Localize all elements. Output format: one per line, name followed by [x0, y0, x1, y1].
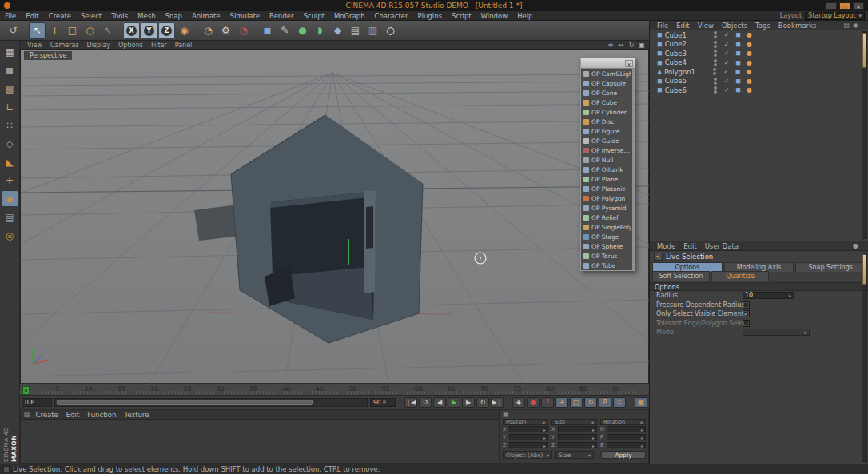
menu-item[interactable]: Create	[44, 12, 76, 20]
texture-mode-button[interactable]: ▩	[2, 80, 18, 97]
Polygon1[interactable]: ▲ Polygon1 ✓ ◼ ●	[650, 67, 868, 77]
palette-item[interactable]: OP Cam&Light	[581, 69, 635, 78]
object-tag-icon[interactable]: ◼	[735, 59, 741, 66]
visibility-dots-icon[interactable]	[713, 68, 716, 75]
Cube4[interactable]: ◼ Cube4 ✓ ◼ ●	[650, 58, 868, 68]
palette-item[interactable]: OP Cylinder	[581, 107, 635, 117]
toolbar-button[interactable]	[22, 22, 28, 39]
axis-mode-button[interactable]: +	[2, 172, 18, 189]
coordinate-column-dropdown[interactable]: Rotation▾	[600, 419, 646, 425]
autokey-button[interactable]: ●	[527, 397, 540, 408]
visibility-dots-icon[interactable]	[714, 78, 717, 85]
menu-item[interactable]: Plugins	[413, 12, 447, 20]
rotation-field[interactable]: ▸	[607, 434, 646, 440]
locked-workplane-button[interactable]: ◎	[2, 227, 18, 244]
mode-dropdown[interactable]: ▾	[743, 329, 810, 336]
snap-button[interactable]: ◈	[2, 190, 18, 207]
model-mode-button[interactable]: ◼	[2, 62, 18, 78]
palette-item[interactable]: OP Polygon	[581, 193, 635, 203]
deformer-button[interactable]: ◗	[312, 22, 328, 39]
palette-item[interactable]: OP Stage	[581, 232, 635, 241]
tolerant-selection-checkbox[interactable]	[743, 320, 750, 327]
Cube3[interactable]: ◼ Cube3 ✓ ◼ ●	[650, 49, 868, 58]
object-manager-menu-item[interactable]: Objects	[718, 22, 751, 30]
pan-icon[interactable]: ✛	[607, 42, 615, 49]
toolbar-button[interactable]	[193, 22, 199, 39]
palette-item[interactable]: OP Guide	[581, 136, 635, 145]
menu-item[interactable]: Edit	[21, 12, 43, 20]
enabled-check-icon[interactable]: ✓	[724, 41, 730, 48]
layout-dropdown[interactable]: Startup Layout▾	[805, 12, 865, 20]
material-menu-item[interactable]: Texture	[120, 411, 153, 419]
scale-button[interactable]: □	[64, 22, 81, 39]
enabled-check-icon[interactable]: ✓	[724, 59, 730, 66]
only-visible-checkbox[interactable]: ✓	[743, 310, 750, 317]
lock-z-button[interactable]: Z	[158, 22, 175, 39]
previous-frame-button[interactable]: ◀	[433, 397, 446, 408]
viewport-menu-item[interactable]: Options	[114, 42, 147, 49]
menu-item[interactable]: Snap	[161, 12, 187, 20]
move-button[interactable]: +	[46, 22, 63, 39]
render-settings-button[interactable]: ⚙	[217, 22, 234, 39]
viewport-canvas[interactable]: Perspective	[20, 50, 649, 384]
lock-icon[interactable]: ●	[853, 242, 858, 249]
size-field[interactable]: ▸	[558, 426, 597, 432]
lock-y-button[interactable]: Y	[141, 22, 157, 39]
apply-button[interactable]: Apply	[601, 451, 646, 459]
viewport-menu-item[interactable]: Filter	[147, 42, 171, 49]
filter-icon[interactable]: ▤	[843, 22, 850, 29]
object-manager-menu-item[interactable]: Edit	[672, 22, 693, 30]
menu-item[interactable]: Simulate	[225, 12, 265, 20]
enabled-check-icon[interactable]: ✓	[723, 68, 729, 75]
attribute-menu-item[interactable]: Edit	[679, 242, 700, 250]
palette-item[interactable]: OP Cube	[581, 98, 635, 107]
phong-tag-icon[interactable]: ●	[747, 68, 752, 75]
camera-button[interactable]: ▥	[364, 22, 381, 39]
floor-button[interactable]: ▤	[347, 22, 364, 39]
range-end-field[interactable]: 90 F	[370, 398, 396, 407]
attribute-menu-item[interactable]: User Data	[701, 242, 743, 250]
phong-tag-icon[interactable]: ●	[747, 41, 752, 48]
material-menu-item[interactable]: Edit	[62, 411, 83, 419]
rotation-field[interactable]: ▸	[607, 442, 646, 448]
palette-item[interactable]: OP Oiltank	[581, 165, 635, 174]
material-menu-item[interactable]: Function	[83, 411, 120, 419]
close-icon[interactable]: ✕	[625, 60, 633, 67]
light-button[interactable]: ○	[382, 22, 399, 39]
palette-item[interactable]: OP Cone	[581, 88, 635, 98]
record-rotation-toggle[interactable]: ↻	[584, 397, 597, 408]
attribute-menu-item[interactable]: Mode	[653, 242, 679, 250]
position-field[interactable]: ▸	[509, 442, 548, 448]
keying-settings-button[interactable]: ?	[541, 397, 554, 408]
position-field[interactable]: ▸	[509, 426, 548, 432]
workplane-snap-button[interactable]: ▤	[2, 209, 18, 225]
environment-button[interactable]: ◆	[329, 22, 346, 39]
lock-icon[interactable]: ◉	[853, 22, 858, 29]
attribute-tab[interactable]: Soft Selection	[652, 271, 710, 281]
orbit-icon[interactable]: ↻	[627, 42, 635, 49]
Cube2[interactable]: ◼ Cube2 ✓ ◼ ●	[650, 40, 868, 50]
object-manager-menu-item[interactable]: File	[653, 22, 672, 30]
goto-start-button[interactable]: ❘◀	[404, 397, 417, 408]
palette-item[interactable]: OP Disc	[581, 117, 635, 126]
palette-item[interactable]: OP Platonic	[581, 184, 635, 193]
menu-item[interactable]: Mesh	[133, 12, 160, 20]
live-selection-button[interactable]: ↖	[29, 22, 46, 39]
object-manager-scrollbar[interactable]	[862, 31, 867, 239]
Cube6[interactable]: ◼ Cube6 ✓ ◼ ●	[650, 86, 868, 95]
palette-item[interactable]: OP Null	[581, 155, 635, 165]
close-button[interactable]: ✕	[853, 2, 864, 10]
range-start-field[interactable]: 0 F	[22, 398, 52, 407]
object-tag-icon[interactable]: ◼	[735, 78, 741, 85]
camera-view-label[interactable]: Perspective	[24, 51, 72, 60]
record-scale-toggle[interactable]: □	[570, 397, 583, 408]
menu-item[interactable]: Sculpt	[298, 12, 329, 20]
pressure-radius-checkbox[interactable]	[743, 301, 750, 309]
subdivision-surface-button[interactable]: ●	[294, 22, 311, 39]
points-mode-button[interactable]: ∷	[2, 117, 18, 133]
enabled-check-icon[interactable]: ✓	[724, 31, 730, 38]
rotation-field[interactable]: ▸	[607, 426, 646, 432]
palette-item[interactable]: OP Inverse...	[581, 145, 635, 155]
spline-pen-button[interactable]: ✎	[277, 22, 293, 39]
size-field[interactable]: ▸	[558, 442, 597, 448]
